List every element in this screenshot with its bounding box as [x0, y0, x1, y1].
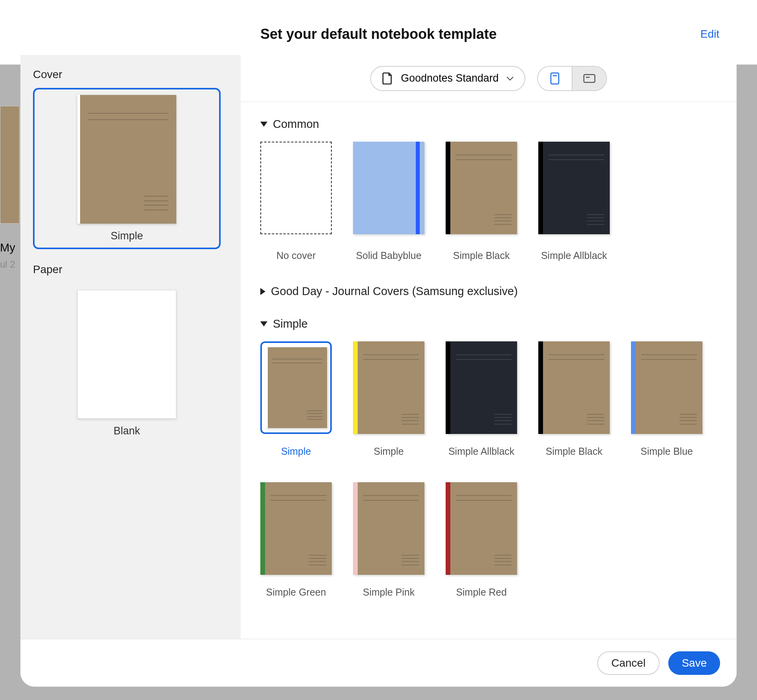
- disclosure-down-icon: [260, 122, 267, 127]
- template-simple-black[interactable]: Simple Black: [446, 142, 517, 261]
- simple-thumb: [265, 347, 327, 428]
- simple-allblack-thumb: [538, 142, 610, 234]
- category-simple-title: Simple: [273, 317, 308, 330]
- simple-black2-thumb: [538, 341, 610, 434]
- template-simple-allblack[interactable]: Simple Allblack: [538, 142, 610, 261]
- category-common-header[interactable]: Common: [260, 118, 717, 131]
- main-panel: Goodnotes Standard Common: [241, 55, 737, 639]
- document-icon: [382, 72, 393, 85]
- template-simple-pink[interactable]: Simple Pink: [353, 482, 424, 598]
- modal-footer: Cancel Save: [20, 639, 737, 687]
- sidebar-cover-label: Simple: [111, 230, 143, 242]
- portrait-icon: [550, 72, 560, 85]
- template-label: Simple Black: [546, 446, 603, 457]
- category-simple-header[interactable]: Simple: [260, 317, 717, 330]
- simple-allblack2-thumb: [446, 341, 517, 434]
- template-label: Simple: [281, 446, 311, 457]
- category-goodday-title: Good Day - Journal Covers (Samsung exclu…: [271, 285, 518, 298]
- modal-body: Cover Simple Paper Blank Goodnote: [20, 55, 737, 639]
- template-simple-allblack2[interactable]: Simple Allblack: [446, 341, 517, 457]
- size-dropdown-label: Goodnotes Standard: [401, 72, 499, 84]
- template-label: Simple Green: [266, 587, 326, 598]
- template-label: Simple Red: [456, 587, 506, 598]
- bg-title-partial: My: [0, 241, 15, 254]
- template-scroll-area[interactable]: Common No cover Solid Babyblue: [241, 102, 737, 639]
- simple-black-thumb: [446, 142, 517, 234]
- edit-button[interactable]: Edit: [700, 28, 719, 40]
- sidebar-paper-preview: [77, 290, 176, 419]
- category-goodday-header[interactable]: Good Day - Journal Covers (Samsung exclu…: [260, 285, 717, 298]
- template-simple-white-selected[interactable]: Simple: [260, 341, 332, 457]
- landscape-icon: [583, 74, 596, 83]
- svg-rect-2: [584, 75, 595, 82]
- simple-pink-thumb: [353, 482, 424, 575]
- template-simple-red[interactable]: Simple Red: [446, 482, 517, 598]
- category-common-grid: No cover Solid Babyblue: [260, 142, 717, 261]
- sidebar-cover-title: Cover: [33, 68, 228, 81]
- orientation-portrait[interactable]: [538, 67, 572, 90]
- template-label: Simple: [374, 446, 404, 457]
- bg-notebook-thumb: [0, 106, 20, 224]
- category-simple-grid: Simple Simple: [260, 341, 717, 598]
- template-label: Simple Black: [453, 250, 510, 261]
- sidebar-paper-title: Paper: [33, 263, 228, 276]
- bg-date-partial: ul 2: [0, 259, 15, 270]
- cancel-button[interactable]: Cancel: [597, 651, 660, 675]
- template-label: Solid Babyblue: [356, 250, 422, 261]
- no-cover-thumb: [260, 142, 332, 234]
- template-simple-black2[interactable]: Simple Black: [538, 341, 610, 457]
- svg-rect-0: [551, 73, 559, 84]
- size-dropdown[interactable]: Goodnotes Standard: [370, 66, 525, 91]
- save-button[interactable]: Save: [668, 651, 720, 675]
- template-label: Simple Pink: [363, 587, 415, 598]
- orientation-landscape[interactable]: [572, 67, 606, 90]
- sidebar-cover-inner: [80, 95, 176, 224]
- modal-title: Set your default notebook template: [260, 26, 497, 42]
- template-simple-yellow[interactable]: Simple: [353, 341, 424, 457]
- category-common-title: Common: [273, 118, 319, 131]
- sidebar-cover-item[interactable]: Simple: [33, 88, 221, 249]
- template-label: Simple Allblack: [448, 446, 514, 457]
- template-simple-green[interactable]: Simple Green: [260, 482, 332, 598]
- disclosure-right-icon: [260, 288, 265, 295]
- template-label: Simple Allblack: [541, 250, 607, 261]
- simple-red-thumb: [446, 482, 517, 575]
- controls-row: Goodnotes Standard: [241, 55, 737, 102]
- chevron-down-icon: [506, 77, 514, 80]
- sidebar-cover-preview: [77, 95, 176, 224]
- disclosure-down-icon: [260, 321, 267, 326]
- simple-yellow-thumb: [353, 341, 424, 434]
- sidebar-paper-label: Blank: [113, 425, 140, 437]
- template-no-cover[interactable]: No cover: [260, 142, 332, 261]
- simple-blue-thumb: [631, 341, 702, 434]
- template-label: Simple Blue: [640, 446, 693, 457]
- babyblue-thumb: [353, 142, 424, 234]
- simple-green-thumb: [260, 482, 332, 575]
- sidebar-paper-item[interactable]: Blank: [33, 283, 221, 444]
- template-label: No cover: [276, 250, 316, 261]
- modal-header: Set your default notebook template Edit: [20, 13, 737, 55]
- template-simple-blue[interactable]: Simple Blue: [631, 341, 702, 457]
- template-solid-babyblue[interactable]: Solid Babyblue: [353, 142, 424, 261]
- template-modal: Set your default notebook template Edit …: [20, 13, 737, 687]
- sidebar: Cover Simple Paper Blank: [20, 55, 241, 639]
- orientation-toggle: [537, 66, 607, 91]
